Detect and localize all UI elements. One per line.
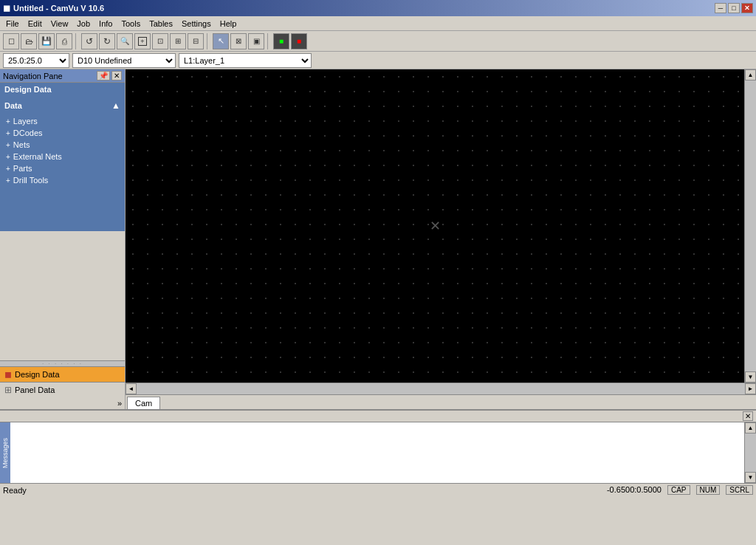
close-button[interactable]: ✕: [741, 3, 753, 13]
tree-item-drill-tools[interactable]: + Drill Tools: [3, 174, 122, 186]
scroll-right-button[interactable]: ►: [745, 383, 756, 394]
new-button[interactable]: ◻: [3, 33, 19, 49]
expand-layers-icon: +: [6, 117, 10, 126]
canvas-crosshair: ✕: [430, 218, 441, 234]
parts-label: Parts: [13, 164, 32, 173]
canvas-tab-cam[interactable]: Cam: [127, 397, 160, 409]
nav-resize-handle[interactable]: · · · · · · ·: [0, 360, 125, 366]
coord-select[interactable]: 25.0:25.0: [3, 53, 69, 68]
message-text: [10, 422, 744, 483]
scrollbar-right: ▲ ▼: [744, 69, 756, 383]
scroll-track-h[interactable]: [137, 383, 745, 394]
panel-data-tab-label: Panel Data: [15, 385, 55, 394]
nav-tab-panel-data[interactable]: ⊞ Panel Data: [0, 382, 125, 397]
maximize-button[interactable]: □: [728, 3, 740, 13]
main-layout: Navigation Pane 📌 ✕ Design Data Data ▲ +…: [0, 69, 756, 409]
title-bar: ◼ Untitled - CamVu V 10.6 ─ □ ✕: [0, 0, 756, 16]
message-content: Messages ▲ ▼: [0, 422, 756, 483]
zoom-fit-button[interactable]: ⊡: [152, 33, 168, 49]
data-section: Data ▲ + Layers + DCodes + Nets + Extern…: [0, 96, 125, 231]
scroll-track-v[interactable]: [745, 80, 756, 371]
print-button[interactable]: ⎙: [56, 33, 72, 49]
undo-button[interactable]: ↺: [81, 33, 97, 49]
nav-pane-title: Navigation Pane: [3, 72, 63, 80]
nav-expand-button[interactable]: »: [0, 397, 125, 409]
layer-select[interactable]: L1:Layer_1: [179, 53, 312, 68]
menu-view[interactable]: View: [47, 18, 73, 30]
tree-item-nets[interactable]: + Nets: [3, 139, 122, 151]
window-title: Untitled - CamVu V 10.6: [13, 4, 104, 13]
nav-close-icon[interactable]: ✕: [111, 71, 122, 80]
design-data-tab[interactable]: Design Data: [0, 83, 125, 96]
title-bar-left: ◼ Untitled - CamVu V 10.6: [3, 3, 104, 13]
nav-pin-icon[interactable]: 📌: [97, 71, 110, 80]
toolbar-sep-2: [207, 33, 210, 49]
color2-button[interactable]: ■: [291, 33, 307, 49]
color1-button[interactable]: ■: [273, 33, 289, 49]
design-data-tab-label: Design Data: [15, 370, 60, 379]
tool1-button[interactable]: ⊠: [230, 33, 247, 49]
menu-settings[interactable]: Settings: [177, 18, 216, 30]
data-header: Data ▲: [3, 99, 122, 112]
nav-tab-design-data[interactable]: ◼ Design Data: [0, 366, 125, 382]
expand-external-nets-icon: +: [6, 153, 10, 161]
app-icon: ◼: [3, 3, 10, 13]
message-scrollbar: ▲ ▼: [744, 422, 756, 483]
menu-edit[interactable]: Edit: [24, 18, 47, 30]
save-button[interactable]: 💾: [38, 33, 55, 49]
canvas-area: ✕ ▲ ▼ ◄ ► Cam: [126, 69, 756, 409]
zoom-window-button[interactable]: +: [134, 33, 151, 49]
msg-scroll-down[interactable]: ▼: [745, 472, 756, 483]
external-nets-label: External Nets: [13, 152, 62, 161]
scrollbar-bottom: ◄ ►: [126, 383, 756, 394]
data-collapse-icon[interactable]: ▲: [111, 100, 120, 111]
menu-tools[interactable]: Tools: [117, 18, 145, 30]
design-data-icon: ◼: [4, 369, 12, 380]
dcode-select[interactable]: D10 Undefined: [72, 53, 176, 68]
drill-tools-label: Drill Tools: [13, 176, 48, 185]
select-button[interactable]: ↖: [213, 33, 229, 49]
coord-bar: 25.0:25.0 D10 Undefined L1:Layer_1: [0, 52, 756, 69]
title-bar-controls: ─ □ ✕: [715, 3, 753, 13]
menu-help[interactable]: Help: [216, 18, 241, 30]
message-sidebar: Messages: [0, 422, 10, 483]
expand-parts-icon: +: [6, 165, 10, 173]
canvas[interactable]: ✕: [126, 69, 744, 383]
message-close-bar: ✕: [0, 411, 756, 422]
tool2-button[interactable]: ▣: [248, 33, 264, 49]
toolbar-sep-1: [75, 33, 78, 49]
tree-item-external-nets[interactable]: + External Nets: [3, 151, 122, 162]
panel-data-icon: ⊞: [4, 385, 12, 395]
menu-bar: File Edit View Job Info Tools Tables Set…: [0, 16, 756, 31]
menu-info[interactable]: Info: [94, 18, 117, 30]
minimize-button[interactable]: ─: [715, 3, 726, 13]
expand-drill-tools-icon: +: [6, 176, 10, 185]
dcodes-label: DCodes: [13, 128, 43, 137]
message-close-button[interactable]: ✕: [743, 411, 753, 421]
menu-tables[interactable]: Tables: [145, 18, 177, 30]
status-right: -0.6500:0.5000 CAP NUM SCRL: [607, 485, 753, 495]
menu-job[interactable]: Job: [72, 18, 94, 30]
pan-button[interactable]: ⊞: [170, 33, 186, 49]
msg-scroll-up[interactable]: ▲: [745, 422, 756, 433]
redo-button[interactable]: ↻: [99, 33, 115, 49]
grid-button[interactable]: ⊟: [188, 33, 204, 49]
tree-item-dcodes[interactable]: + DCodes: [3, 127, 122, 139]
toolbar-sep-3: [267, 33, 270, 49]
open-button[interactable]: 🗁: [21, 33, 37, 49]
tree-item-layers[interactable]: + Layers: [3, 115, 122, 127]
design-data-label: Design Data: [4, 85, 52, 94]
msg-scroll-track[interactable]: [745, 433, 756, 472]
canvas-tab-bar: Cam: [126, 394, 756, 409]
nav-pane-header: Navigation Pane 📌 ✕: [0, 69, 125, 83]
scroll-left-button[interactable]: ◄: [126, 383, 137, 394]
menu-file[interactable]: File: [1, 18, 24, 30]
scroll-up-button[interactable]: ▲: [745, 69, 756, 80]
scroll-down-button[interactable]: ▼: [745, 371, 756, 383]
zoom-in-button[interactable]: 🔍: [117, 33, 133, 49]
message-area: ✕ Messages ▲ ▼: [0, 409, 756, 483]
messages-label: Messages: [1, 437, 9, 467]
tree-item-parts[interactable]: + Parts: [3, 162, 122, 174]
num-indicator: NUM: [696, 485, 721, 495]
nav-pane-header-left: Navigation Pane: [3, 72, 63, 80]
